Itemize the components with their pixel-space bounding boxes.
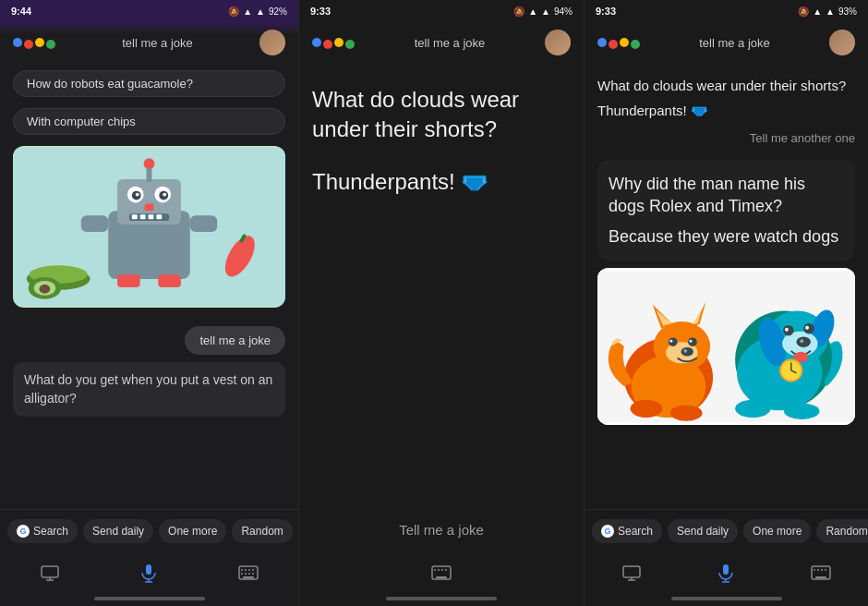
time-1: 9:44 [11,6,31,17]
assistant-header-3: tell me a joke [585,22,868,63]
svg-point-27 [40,285,51,294]
avatar-1 [259,30,285,55]
phone-screen-1: 9:44 🔕 ▲ ▲ 92% tell me a joke How do rob… [0,0,298,606]
svg-point-62 [669,337,678,346]
tell-another-3[interactable]: Tell me another one [597,127,855,149]
content-area-3: What do clouds wear under their shorts? … [585,63,868,509]
status-bar-1: 9:44 🔕 ▲ ▲ 92% [0,0,298,22]
home-indicator-1 [94,597,205,600]
svg-point-67 [670,405,703,420]
tv-nav-icon-3[interactable] [621,562,643,584]
send-daily-button-1[interactable]: Send daily [83,519,153,543]
assistant-header-2: tell me a joke [299,22,584,63]
avatar-image-3 [829,30,855,55]
svg-point-64 [688,337,697,346]
svg-point-77 [785,328,789,332]
search-button-1[interactable]: G Search [7,519,78,543]
keyboard-nav-icon-3[interactable] [810,562,832,584]
battery-2: 94% [554,6,573,17]
svg-rect-22 [158,274,181,287]
time-2: 9:33 [310,6,331,17]
dot-green-3 [631,40,640,49]
content-area-2: What do clouds wear under their shorts? … [299,63,584,507]
mic-nav-icon-3[interactable] [715,562,737,584]
random-button-1[interactable]: Random [232,519,292,543]
svg-rect-19 [81,215,109,232]
svg-rect-86 [623,566,640,577]
keyboard-nav-icon-2[interactable] [430,562,452,584]
svg-rect-16 [140,214,146,219]
svg-point-63 [669,340,672,343]
user-bubble-1: tell me a joke [185,326,285,355]
robot-svg [13,146,285,308]
dot-blue-2 [312,38,321,47]
dot-blue-3 [597,38,607,47]
joke-answer-2: Thunderpants! 🩲 [312,164,571,200]
action-bar-1: G Search Send daily One more Random [0,509,298,552]
svg-rect-31 [146,564,151,575]
signal-icon-3: ▲ [826,6,835,17]
dot-yellow-3 [620,38,629,47]
tv-nav-icon-1[interactable] [39,562,61,584]
avatar-2 [545,30,571,55]
nav-bar-3 [585,552,868,597]
google-logo-2 [312,36,355,49]
svg-rect-13 [145,203,154,211]
google-g-icon-1: G [17,525,30,538]
svg-rect-28 [42,566,58,577]
chip-2[interactable]: With computer chips [13,108,285,135]
avatar-image-2 [545,30,571,55]
joke2-question-3: Why did the man name his dogs Rolex and … [609,173,844,218]
dot-red-1 [24,40,33,49]
content-area-1: How do robots eat guacamole? With comput… [0,63,298,509]
joke1-answer-3: Thunderpants! 🩲 [597,101,855,120]
svg-point-65 [690,340,693,343]
time-3: 9:33 [596,6,616,17]
notification-icon-2: 🔕 [513,6,524,17]
status-icons-2: 🔕 ▲ ▲ 94% [513,6,573,17]
search-button-3[interactable]: G Search [592,519,662,543]
dot-yellow-1 [35,38,44,47]
status-bar-2: 9:33 🔕 ▲ ▲ 94% [299,0,584,22]
dot-blue-1 [13,38,22,47]
joke2-answer-3: Because they were watch dogs [609,225,844,248]
home-indicator-2 [386,597,497,600]
query-text-2: tell me a joke [355,36,545,50]
one-more-button-3[interactable]: One more [743,519,811,543]
dog-image [597,268,855,425]
one-more-label-1: One more [168,525,217,538]
mic-nav-icon-1[interactable] [138,562,160,584]
notification-icon: 🔕 [228,6,239,17]
phone-screen-2: 9:33 🔕 ▲ ▲ 94% tell me a joke What do cl… [298,0,585,606]
battery-3: 93% [838,6,857,17]
query-text-1: tell me a joke [55,36,259,50]
search-label-3: Search [618,525,653,538]
chip-1[interactable]: How do robots eat guacamole? [13,70,285,97]
signal-icon: ▲ [256,6,265,17]
send-daily-button-3[interactable]: Send daily [668,519,738,543]
send-daily-label-1: Send daily [92,525,144,538]
svg-point-11 [136,193,139,197]
one-more-button-1[interactable]: One more [159,519,226,543]
search-label-1: Search [33,525,68,538]
signal-icon-2: ▲ [541,6,550,17]
status-bar-3: 9:33 🔕 ▲ ▲ 93% [585,0,868,22]
svg-rect-89 [723,564,729,575]
avatar-3 [829,30,855,55]
one-more-label-3: One more [753,525,802,538]
robot-image [13,146,285,308]
status-icons-3: 🔕 ▲ ▲ 93% [798,6,857,17]
nav-bar-2 [299,552,584,597]
random-fun-button-3[interactable]: Random fun [816,519,868,543]
dot-yellow-2 [334,38,344,47]
dot-green-1 [46,40,55,49]
svg-point-74 [797,336,811,347]
dot-green-2 [345,40,355,49]
svg-point-76 [783,325,794,336]
tell-joke-button-2[interactable]: Tell me a joke [299,507,584,552]
assistant-header-1: tell me a joke [0,22,298,63]
keyboard-nav-icon-1[interactable] [237,562,259,584]
dot-red-2 [323,40,332,49]
status-icons-1: 🔕 ▲ ▲ 92% [228,6,287,17]
home-indicator-3 [671,597,782,600]
